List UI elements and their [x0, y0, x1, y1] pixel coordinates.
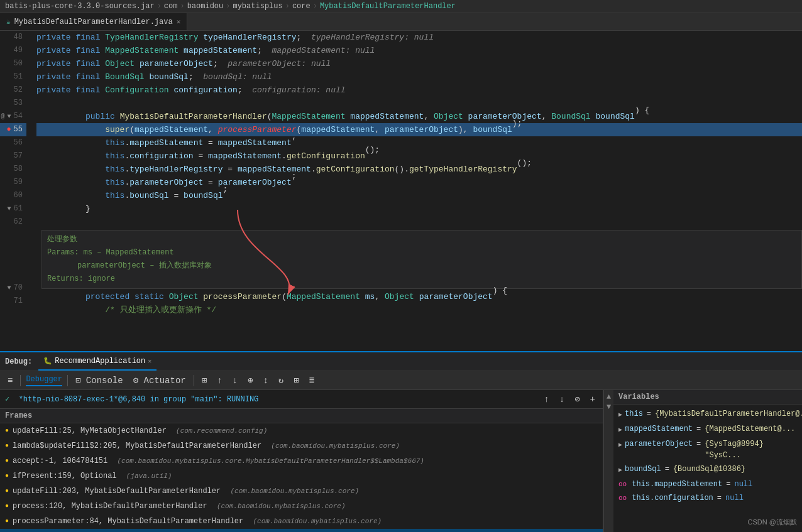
gutter-71: 71 [0, 295, 26, 308]
expand-arrow-icon: ▶ [618, 425, 622, 436]
step-out-btn[interactable]: ⊕ [245, 374, 255, 387]
breadcrumb-item-5[interactable]: core [292, 2, 310, 11]
layout-btn[interactable]: ⊞ [199, 374, 209, 387]
debug-panel: Debug: 🐛 RecommendApplication ✕ ≡ Debugg… [0, 351, 802, 532]
var-value: null [734, 479, 752, 490]
oo-icon: oo [618, 479, 627, 490]
code-line-53 [36, 97, 802, 110]
gutter-doc2 [0, 242, 26, 255]
frames-up-btn[interactable]: ↑ [541, 393, 551, 406]
var-value: {MappedStatement@... [705, 423, 795, 435]
var-name: this [625, 408, 643, 420]
gutter-49: 49 [0, 44, 26, 57]
scroll-buttons: ▲ ▼ [603, 390, 613, 532]
editor-tab-bar: ☕ MybatisDefaultParameterHandler.java ✕ [0, 13, 802, 31]
oo-icon: oo [618, 492, 627, 504]
variable-item[interactable]: ▶parameterObject = {SysTag@8994} "SysC..… [613, 437, 802, 462]
var-name: this.mappedStatement [632, 479, 722, 490]
gutter-60: 60 [0, 189, 26, 202]
frame-item[interactable]: ●lambda$updateFill$2:205, MybatisDefault… [0, 438, 603, 453]
fold-icon[interactable]: ▼ [8, 110, 11, 123]
gutter-58: 58 [0, 163, 26, 176]
frames-add-btn[interactable]: + [588, 393, 598, 406]
run-to-cursor-btn[interactable]: ↕ [260, 374, 270, 387]
frame-class: (com.baomidou.mybatisplus.core) [217, 501, 346, 512]
code-line-54: public MybatisDefaultParameterHandler(Ma… [36, 110, 802, 123]
gutter-54: @ ▼ 54 [0, 110, 26, 123]
variables-header: Variables [613, 390, 802, 404]
code-lines: private final TypeHandlerRegistry typeHa… [31, 31, 802, 351]
variables-panel: Variables ▶this = {MybatisDefaultParamet… [613, 390, 802, 532]
var-name: parameterObject [625, 438, 693, 450]
frames-down-btn[interactable]: ↓ [557, 393, 567, 406]
breadcrumb-item-2[interactable]: com [164, 2, 178, 11]
frame-class: (com.baomidou.mybatisplus.core) [271, 440, 400, 452]
debug-body: ✓ *http-nio-8087-exec-1*@6,840 in group … [0, 390, 802, 532]
variable-item[interactable]: ▶boundSql = {BoundSql@10386} [613, 462, 802, 477]
frame-label: ifPresent:159, Optional [13, 470, 117, 482]
frame-label: process:120, MybatisDefaultParameterHand… [13, 501, 207, 512]
expand-arrow-icon: ▶ [618, 465, 622, 476]
gutter-57: 57 [0, 149, 26, 163]
variable-item[interactable]: oothis.mappedStatement = null [613, 477, 802, 491]
debug-btn-menu[interactable]: ≡ [5, 374, 15, 387]
fold-icon-70[interactable]: ▼ [8, 281, 11, 295]
debug-tab-bar: Debug: 🐛 RecommendApplication ✕ [0, 352, 802, 371]
frame-status-icon: ● [5, 455, 9, 467]
frames-header: Frames [0, 409, 603, 423]
doc-comment-block: 处理参数 Params: ms – MappedStatement parame… [41, 230, 802, 289]
restore-layout-btn[interactable]: ≣ [307, 374, 317, 387]
frames-panel: ✓ *http-nio-8087-exec-1*@6,840 in group … [0, 390, 603, 532]
frame-item[interactable]: ●updateFill:25, MyMetaObjectHandler (com… [0, 423, 603, 438]
breadcrumb: batis-plus-core-3.3.0-sources.jar › com … [0, 0, 802, 13]
frame-class: (com.baomidou.mybatisplus.core) [253, 516, 382, 527]
gutter-48: 48 [0, 31, 26, 44]
frames-list: ●updateFill:25, MyMetaObjectHandler (com… [0, 423, 603, 532]
frame-status-icon: ● [5, 486, 9, 497]
debugger-tab-active[interactable]: Debugger [26, 375, 62, 386]
editor-tab[interactable]: ☕ MybatisDefaultParameterHandler.java ✕ [0, 13, 187, 30]
frames-filter-btn[interactable]: ⊘ [572, 393, 582, 406]
thread-info: ✓ *http-nio-8087-exec-1*@6,840 in group … [5, 394, 258, 404]
fold-icon-61[interactable]: ▼ [8, 202, 11, 215]
variables-list: ▶this = {MybatisDefaultParameterHandler@… [613, 404, 802, 532]
recommend-app-tab[interactable]: 🐛 RecommendApplication ✕ [38, 353, 157, 371]
close-icon[interactable]: ✕ [177, 18, 181, 26]
scroll-up-btn[interactable]: ▲ [607, 393, 611, 401]
gutter-doc4 [0, 268, 26, 281]
frame-item[interactable]: ●process:120, MybatisDefaultParameterHan… [0, 499, 603, 514]
debug-tab-close-icon[interactable]: ✕ [148, 357, 151, 365]
gutter-62: 62 [0, 215, 26, 229]
frame-item[interactable]: ●accept:-1, 1064784151 (com.baomidou.myb… [0, 453, 603, 469]
var-value: {MybatisDefaultParameterHandler@... [655, 408, 802, 420]
frame-item[interactable]: ●processParameter:84, MybatisDefaultPara… [0, 514, 603, 529]
variable-item[interactable]: ▶mappedStatement = {MappedStatement@... [613, 422, 802, 437]
debug-app-name: RecommendApplication [55, 357, 145, 366]
expand-arrow-icon: ▶ [618, 410, 622, 421]
frame-item[interactable]: ●ifPresent:159, Optional (java.util) [0, 469, 603, 484]
line-numbers: 48 49 50 51 52 53 @ ▼ 54 ● 55 56 57 58 5… [0, 31, 31, 351]
console-icon: ⊡ [75, 376, 80, 386]
step-over-btn[interactable]: ↑ [214, 374, 224, 387]
breadcrumb-item-1[interactable]: batis-plus-core-3.3.0-sources.jar [5, 2, 155, 11]
code-line-58: this.typeHandlerRegistry = mappedStateme… [36, 163, 802, 176]
variable-item[interactable]: oothis.configuration = null [613, 491, 802, 505]
frame-status-icon: ● [5, 516, 9, 527]
variable-item[interactable]: ▶this = {MybatisDefaultParameterHandler@… [613, 407, 802, 422]
console-tab-btn[interactable]: ⊡ Console [73, 374, 126, 387]
thread-name: *http-nio-8087-exec-1*@6,840 in group "m… [19, 395, 259, 404]
frame-item[interactable]: ●:55, MybatisDefaultParameterHandler (co… [0, 529, 603, 532]
breadcrumb-item-3[interactable]: baomidou [187, 2, 224, 11]
evaluate-btn[interactable]: ↻ [276, 374, 286, 387]
code-line-50: private final Object parameterObject; pa… [36, 57, 802, 70]
breadcrumb-item-4[interactable]: mybatisplus [233, 2, 282, 11]
actuator-tab-btn[interactable]: ⚙ Actuator [131, 374, 189, 387]
step-into-btn[interactable]: ↓ [230, 374, 240, 387]
frame-label: processParameter:84, MybatisDefaultParam… [13, 516, 243, 527]
code-line-70: protected static Object processParameter… [36, 290, 802, 303]
scroll-down-btn[interactable]: ▼ [607, 403, 611, 411]
frame-label: lambda$updateFill$2:205, MybatisDefaultP… [13, 440, 261, 452]
code-line-71: /* 只处理插入或更新操作 */ [36, 303, 802, 317]
frame-item[interactable]: ●updateFill:203, MybatisDefaultParameter… [0, 484, 603, 499]
watch-btn[interactable]: ⊞ [291, 374, 301, 387]
